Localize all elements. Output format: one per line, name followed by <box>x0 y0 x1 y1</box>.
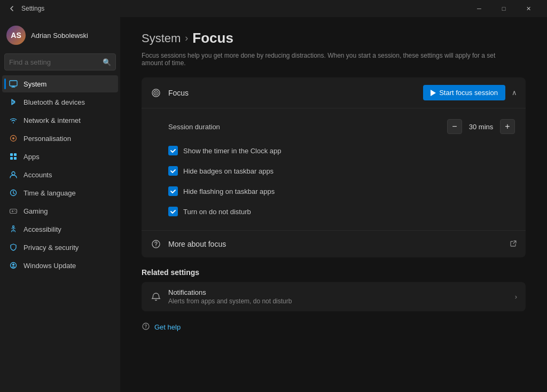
svg-point-10 <box>14 210 15 211</box>
breadcrumb-current: Focus <box>192 30 233 46</box>
windows-update-icon <box>9 261 18 270</box>
personalisation-icon <box>9 134 18 143</box>
sidebar-item-bluetooth[interactable]: Bluetooth & devices <box>2 93 118 111</box>
notifications-title: Notifications <box>168 288 509 296</box>
svg-rect-3 <box>10 153 13 156</box>
help-circle-icon <box>150 238 162 250</box>
checkbox-dnd-input[interactable] <box>168 207 178 216</box>
get-help-link[interactable]: Get help <box>154 323 181 331</box>
related-settings-title: Related settings <box>142 268 526 277</box>
sidebar-item-label: Network & internet <box>24 116 81 124</box>
bluetooth-icon <box>9 97 18 107</box>
main-content: System › Focus Focus sessions help you g… <box>120 17 547 392</box>
page-description: Focus sessions help you get more done by… <box>142 52 515 67</box>
notifications-info: Notifications Alerts from apps and syste… <box>168 288 509 305</box>
user-profile[interactable]: AS Adrian Sobolewski <box>0 17 120 51</box>
start-focus-label: Start focus session <box>439 89 498 97</box>
duration-label: Session duration <box>168 123 447 131</box>
more-about-focus-row[interactable]: More about focus <box>142 230 526 257</box>
sidebar-item-system[interactable]: System <box>2 75 118 92</box>
checkbox-hide-flashing-label: Hide flashing on taskbar apps <box>183 187 275 195</box>
sidebar-item-accounts[interactable]: Accounts <box>2 166 118 183</box>
duration-increase-button[interactable]: + <box>500 119 515 134</box>
get-help-icon <box>142 322 150 332</box>
checkbox-dnd-label: Turn on do not disturb <box>183 208 251 216</box>
accounts-icon <box>9 170 18 179</box>
sidebar-item-accessibility[interactable]: Accessibility <box>2 221 118 238</box>
checkbox-hide-badges-label: Hide badges on taskbar apps <box>183 167 274 175</box>
breadcrumb-parent[interactable]: System <box>142 32 181 45</box>
app-title: Settings <box>21 5 467 12</box>
collapse-icon: ∧ <box>512 89 517 97</box>
checkbox-dnd[interactable]: Turn on do not disturb <box>168 201 515 222</box>
search-icon: 🔍 <box>103 58 111 66</box>
sidebar-item-network[interactable]: Network & internet <box>2 112 118 129</box>
svg-rect-0 <box>10 81 17 86</box>
sidebar-item-label: Bluetooth & devices <box>24 98 85 106</box>
breadcrumb: System › Focus <box>142 30 526 46</box>
svg-point-21 <box>145 327 146 328</box>
external-link-icon <box>510 240 517 249</box>
sidebar-item-apps[interactable]: Apps <box>2 148 118 165</box>
search-box[interactable]: 🔍 <box>4 53 116 70</box>
sidebar-item-label: System <box>24 80 46 88</box>
sidebar-item-label: Gaming <box>24 207 48 215</box>
titlebar: Settings ─ □ ✕ <box>0 0 547 17</box>
window-controls: ─ □ ✕ <box>467 0 541 17</box>
maximize-button[interactable]: □ <box>491 0 516 17</box>
user-name: Adrian Sobolewski <box>31 32 88 40</box>
avatar: AS <box>6 26 26 45</box>
accessibility-icon <box>9 224 18 234</box>
minimize-button[interactable]: ─ <box>467 0 491 17</box>
svg-marker-17 <box>431 90 436 96</box>
checkbox-hide-flashing[interactable]: Hide flashing on taskbar apps <box>168 181 515 201</box>
get-help-row[interactable]: Get help <box>142 322 526 332</box>
system-icon <box>9 79 18 89</box>
notifications-subtitle: Alerts from apps and system, do not dist… <box>168 297 509 305</box>
svg-rect-6 <box>14 157 17 160</box>
duration-row: Session duration − 30 mins + <box>168 113 515 140</box>
sidebar-item-time[interactable]: Time & language <box>2 184 118 201</box>
search-input[interactable] <box>9 58 103 66</box>
svg-point-16 <box>155 92 157 93</box>
sidebar: AS Adrian Sobolewski 🔍 System Bluet <box>0 17 120 392</box>
sidebar-item-label: Privacy & security <box>24 244 79 252</box>
checkbox-show-timer[interactable]: Show the timer in the Clock app <box>168 140 515 161</box>
svg-point-7 <box>12 172 15 175</box>
breadcrumb-chevron: › <box>185 33 188 44</box>
start-focus-button[interactable]: Start focus session <box>423 85 505 100</box>
notifications-item[interactable]: Notifications Alerts from apps and syste… <box>142 282 526 311</box>
sidebar-item-label: Accounts <box>24 171 52 179</box>
svg-point-11 <box>15 211 16 211</box>
focus-icon <box>150 87 162 99</box>
sidebar-item-privacy[interactable]: Privacy & security <box>2 239 118 256</box>
sidebar-item-gaming[interactable]: Gaming <box>2 202 118 219</box>
checkbox-show-timer-label: Show the timer in the Clock app <box>183 147 282 155</box>
apps-icon <box>9 152 18 161</box>
checkbox-hide-flashing-input[interactable] <box>168 186 178 196</box>
sidebar-item-label: Apps <box>24 153 40 161</box>
focus-card-header[interactable]: Focus Start focus session ∧ <box>142 77 526 108</box>
checkbox-show-timer-input[interactable] <box>168 146 178 155</box>
notification-bell-icon <box>150 291 162 303</box>
duration-value: 30 mins <box>466 123 496 131</box>
close-button[interactable]: ✕ <box>516 0 541 17</box>
focus-card: Focus Start focus session ∧ Session dura… <box>142 77 526 257</box>
checkbox-hide-badges[interactable]: Hide badges on taskbar apps <box>168 161 515 181</box>
svg-rect-5 <box>10 157 13 160</box>
focus-title: Focus <box>168 89 423 97</box>
sidebar-item-personalisation[interactable]: Personalisation <box>2 130 118 147</box>
checkbox-hide-badges-input[interactable] <box>168 166 178 176</box>
svg-rect-4 <box>14 153 17 156</box>
privacy-icon <box>9 242 18 252</box>
duration-decrease-button[interactable]: − <box>447 119 462 134</box>
sidebar-item-label: Windows Update <box>24 262 76 270</box>
sidebar-item-windows-update[interactable]: Windows Update <box>2 257 118 274</box>
svg-point-19 <box>155 246 157 247</box>
duration-controls: − 30 mins + <box>447 119 515 134</box>
time-icon <box>9 188 18 198</box>
gaming-icon <box>9 206 18 216</box>
sidebar-item-label: Accessibility <box>24 225 61 233</box>
svg-point-12 <box>13 226 14 228</box>
back-button[interactable] <box>6 3 17 14</box>
